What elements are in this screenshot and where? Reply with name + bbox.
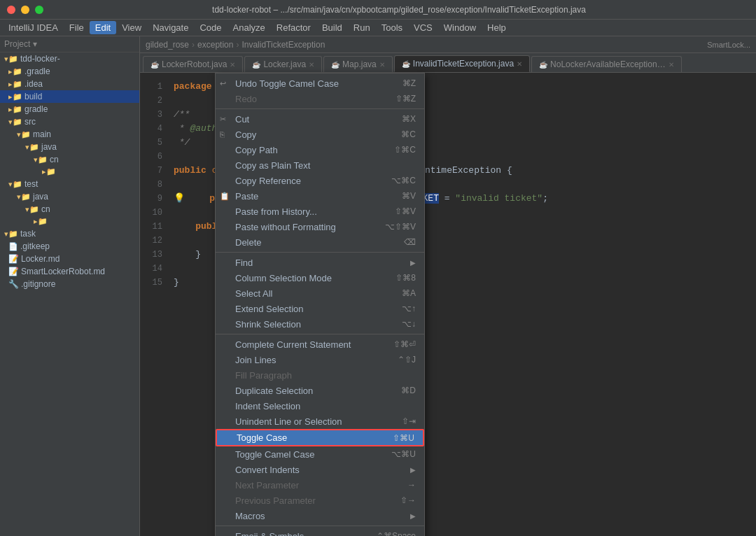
menu-item-label: Duplicate Selection [235,386,394,396]
main-layout: Project ▾ ▾📁 tdd-locker- ▸📁 .gradle ▸📁 .… [0,36,756,536]
tab-map[interactable]: ☕ Map.java ✕ [323,56,393,72]
menu-next-param: Next Parameter → [216,477,424,493]
editor-area: gilded_rose › exception › InvalidTicketE… [140,36,756,536]
menu-help[interactable]: Help [482,21,512,34]
folder-icon: ▾📁 [17,130,31,139]
menu-edit[interactable]: Edit [90,21,116,34]
sidebar-item-gradle2[interactable]: ▸📁 gradle [0,103,139,115]
menu-shortcut: ⌃⇧J [398,355,416,365]
menu-column-selection[interactable]: Column Selection Mode ⇧⌘8 [216,270,424,285]
folder-icon: ▾📁 [4,55,18,64]
menu-shortcut: ⇧→ [400,495,416,505]
menu-unindent[interactable]: Unindent Line or Selection ⇧⇥ [216,414,424,429]
sidebar-item-java2[interactable]: ▾📁 java [0,190,139,203]
menu-item-label: Copy Reference [235,176,384,186]
sidebar-item-main[interactable]: ▾📁 main [0,128,139,141]
menu-run[interactable]: Run [348,21,376,34]
sidebar-item-pkg[interactable]: ▸📁 [0,166,139,178]
tab-nolocker[interactable]: ☕ NoLockerAvailableException… ✕ [531,56,682,72]
menu-view[interactable]: View [116,21,147,34]
tab-locker[interactable]: ☕ Locker.java ✕ [244,56,322,72]
menu-copy-reference[interactable]: Copy Reference ⌥⌘C [216,173,424,188]
titlebar: tdd-locker-robot – .../src/main/java/cn/… [0,0,756,20]
menu-code[interactable]: Code [194,21,227,34]
menu-item-label: Complete Current Statement [235,339,386,350]
menu-duplicate[interactable]: Duplicate Selection ⌘D [216,383,424,398]
sidebar-item-smartlocker-md[interactable]: 📝 SmartLockerRobot.md [0,265,139,278]
maximize-button[interactable] [35,6,43,14]
folder-icon: ▾📁 [34,155,48,164]
sidebar-item-task[interactable]: ▾📁 task [0,227,139,240]
sidebar-item-locker-md[interactable]: 📝 Locker.md [0,253,139,265]
close-button[interactable] [7,6,15,14]
menu-indent[interactable]: Indent Selection [216,398,424,414]
menu-vcs[interactable]: VCS [408,21,438,34]
menu-item-label: Unindent Line or Selection [235,416,395,427]
tab-close-icon[interactable]: ✕ [230,61,235,69]
menu-copy[interactable]: ⎘ Copy ⌘C [216,127,424,142]
menu-paste-history[interactable]: Paste from History... ⇧⌘V [216,204,424,219]
menu-join-lines[interactable]: Join Lines ⌃⇧J [216,352,424,367]
menu-complete-statement[interactable]: Complete Current Statement ⇧⌘⏎ [216,337,424,352]
menu-paste[interactable]: 📋 Paste ⌘V [216,188,424,204]
sidebar-item-test[interactable]: ▾📁 test [0,178,139,190]
menu-item-label: Select All [235,288,395,299]
sidebar-item-cn[interactable]: ▾📁 cn [0,153,139,166]
tab-close-icon[interactable]: ✕ [379,61,385,69]
menu-toggle-camel[interactable]: Toggle Camel Case ⌥⌘U [216,446,424,462]
sidebar-item-label: SmartLockerRobot.md [21,267,105,276]
menu-item-label: Undo Toggle Camel Case [235,78,396,89]
menu-intellij[interactable]: IntelliJ IDEA [3,21,64,34]
sidebar-item-cn2[interactable]: ▾📁 cn [0,203,139,216]
menu-toggle-case[interactable]: Toggle Case ⇧⌘U [216,429,424,446]
tab-close-icon[interactable]: ✕ [309,61,314,69]
tab-lockerrobot[interactable]: ☕ LockerRobot.java ✕ [143,56,243,72]
breadcrumb-sep2: › [236,40,239,50]
sidebar-item-java[interactable]: ▾📁 java [0,141,139,153]
menu-item-label: Join Lines [235,355,391,365]
sidebar-item-pkg2[interactable]: ▸📁 [0,216,139,227]
menu-copy-plain-text[interactable]: Copy as Plain Text [216,157,424,173]
menu-undo[interactable]: ↩ Undo Toggle Camel Case ⌘Z [216,76,424,91]
sidebar-item-root[interactable]: ▾📁 tdd-locker- [0,52,139,65]
menu-navigate[interactable]: Navigate [147,21,194,34]
menu-convert-indents[interactable]: Convert Indents ▶ [216,462,424,477]
sidebar-item-src[interactable]: ▾📁 src [0,115,139,128]
menu-tools[interactable]: Tools [376,21,408,34]
folder-icon: ▾📁 [8,118,22,127]
menu-paste-no-format[interactable]: Paste without Formatting ⌥⇧⌘V [216,219,424,234]
menu-analyze[interactable]: Analyze [227,21,271,34]
sidebar-item-label: build [24,92,42,101]
sidebar-item-gitignore[interactable]: 🔧 .gitignore [0,278,139,290]
sidebar-item-idea[interactable]: ▸📁 .idea [0,78,139,90]
menu-select-all[interactable]: Select All ⌘A [216,285,424,301]
menu-refactor[interactable]: Refactor [271,21,316,34]
menu-shrink-selection[interactable]: Shrink Selection ⌥↓ [216,316,424,332]
menu-shortcut: ⌥⇧⌘V [385,222,416,232]
minimize-button[interactable] [21,6,29,14]
menu-extend-selection[interactable]: Extend Selection ⌥↑ [216,301,424,316]
menu-item-label: Indent Selection [235,401,409,411]
menu-cut[interactable]: ✂ Cut ⌘X [216,111,424,127]
menu-copy-path[interactable]: Copy Path ⇧⌘C [216,142,424,157]
menu-macros[interactable]: Macros ▶ [216,508,424,523]
menu-shortcut: ⌥⌘C [391,176,416,185]
menu-build[interactable]: Build [316,21,348,34]
sidebar-item-gradle[interactable]: ▸📁 .gradle [0,65,139,78]
menu-file[interactable]: File [64,21,90,34]
tab-close-icon[interactable]: ✕ [517,60,522,68]
breadcrumb-part3: InvalidTicketException [241,40,325,50]
menu-shortcut: ⌫ [404,237,416,247]
menu-emoji[interactable]: Emoji & Symbols ⌃⌘Space [216,528,424,536]
menu-find[interactable]: Find ▶ [216,255,424,270]
project-label: Project [4,39,30,49]
menu-delete[interactable]: Delete ⌫ [216,234,424,250]
menu-window[interactable]: Window [438,21,482,34]
menu-item-label: Find [235,258,410,268]
menu-item-label: Toggle Camel Case [235,449,384,460]
tab-invalidticket[interactable]: ☕ InvalidTicketException.java ✕ [394,55,530,72]
sidebar-item-build[interactable]: ▸📁 build [0,90,139,103]
java-icon: ☕ [150,61,159,69]
tab-close-icon[interactable]: ✕ [668,61,674,69]
sidebar-item-gitkeep[interactable]: 📄 .gitkeep [0,240,139,253]
